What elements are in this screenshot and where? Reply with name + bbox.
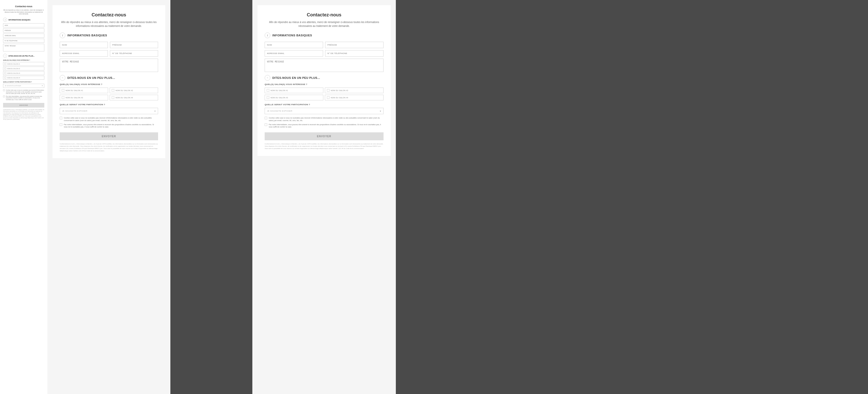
desktop-left-prenom-input[interactable] — [110, 42, 158, 48]
desktop-left-salon1-label: NOM DU SALON #1 — [66, 90, 83, 91]
desktop-right-check2-checkbox[interactable] — [265, 123, 267, 126]
desktop-right-salon4-label: NOM DU SALON #4 — [331, 97, 348, 99]
far-right-panel — [396, 0, 868, 394]
desktop-right-check1-item: Cochez cette case si vous ne souhaitez p… — [265, 117, 383, 122]
mobile-message-input[interactable] — [3, 44, 44, 52]
mobile-salon4-item[interactable]: NOM DU SALON #4 — [3, 76, 44, 79]
mobile-telephone-input[interactable] — [3, 39, 44, 43]
mobile-participation-label: QUELLE SERAIT VOTRE PARTICIPATION ? — [3, 81, 44, 83]
desktop-left-salon3-checkbox[interactable] — [62, 96, 64, 99]
desktop-right-salons-grid: NOM DU SALON #1 NOM DU SALON #2 NOM DU S… — [265, 88, 383, 100]
desktop-left-salon2-checkbox[interactable] — [112, 89, 114, 92]
desktop-right-salon3-checkbox[interactable] — [267, 96, 269, 99]
desktop-left-tellus-icon: ~ — [60, 75, 65, 80]
desktop-left-subtitle: Afin de répondre au mieux à vos attentes… — [60, 20, 158, 28]
desktop-right-salon1-checkbox[interactable] — [267, 89, 269, 92]
desktop-right-message-input[interactable] — [265, 59, 383, 72]
desktop-left-basic-title: Informations basiques — [67, 34, 107, 37]
mobile-salon3-label: NOM DU SALON #3 — [7, 72, 20, 74]
desktop-right-prenom-input[interactable] — [325, 42, 383, 48]
desktop-left-check1-item: Cochez cette case si vous ne souhaitez p… — [60, 117, 158, 122]
desktop-left-salon3-label: NOM DU SALON #3 — [66, 97, 83, 99]
desktop-right-salon4-item[interactable]: NOM DU SALON #4 — [325, 95, 383, 100]
mobile-salon3-checkbox[interactable] — [4, 72, 6, 74]
desktop-right-title: Contactez-nous — [265, 12, 383, 18]
desktop-left-basic-icon: i — [60, 33, 65, 38]
desktop-right-legal-text: Conformément à la loi « Informatique et … — [265, 143, 383, 150]
mobile-participation-select[interactable]: JE SOUHAITE EXPOSER — [3, 84, 44, 88]
desktop-right-contact-row — [265, 50, 383, 57]
mobile-prenom-input[interactable] — [3, 28, 44, 33]
mobile-salon2-item[interactable]: NOM DU SALON #2 — [3, 67, 44, 70]
desktop-right-nom-input[interactable] — [265, 42, 323, 48]
mobile-check2-checkbox[interactable] — [3, 96, 5, 97]
desktop-left-message-input[interactable] — [60, 59, 158, 72]
mobile-tellus-title: Dites-nous en un peu plus... — [8, 55, 35, 57]
desktop-left-check2-item: Par notre intermédiaire, vous pouvez êtr… — [60, 123, 158, 129]
desktop-right-check2-label: Par notre intermédiaire, vous pouvez êtr… — [269, 123, 383, 129]
mobile-title: Contactez-nous — [3, 5, 44, 8]
mobile-salon1-checkbox[interactable] — [4, 63, 6, 65]
mobile-salon4-checkbox[interactable] — [4, 77, 6, 78]
desktop-right-participation-wrapper: JE SOUHAITE EXPOSER ▼ — [265, 108, 383, 114]
mobile-tellus-icon: ~ — [3, 54, 7, 58]
desktop-left-salons-label: QUEL(S) SALON(S) VOUS INTÉRESSE ? — [60, 83, 158, 86]
desktop-right-email-input[interactable] — [265, 50, 323, 57]
mobile-salon4-label: NOM DU SALON #4 — [7, 77, 20, 78]
desktop-left-salon4-label: NOM DU SALON #4 — [116, 97, 133, 99]
desktop-left-contact-row — [60, 50, 158, 57]
mobile-salons-label: QUEL(S) SALON(S) VOUS INTÉRESSE ? — [3, 59, 44, 61]
desktop-left-salon4-checkbox[interactable] — [112, 96, 114, 99]
desktop-right-salon1-label: NOM DU SALON #1 — [271, 90, 288, 91]
desktop-left-name-row — [60, 42, 158, 48]
mobile-salons-grid: NOM DU SALON #1 NOM DU SALON #2 NOM DU S… — [3, 62, 44, 79]
desktop-left-email-input[interactable] — [60, 50, 108, 57]
desktop-right-salon4-checkbox[interactable] — [327, 96, 330, 99]
mobile-email-input[interactable] — [3, 34, 44, 38]
desktop-left-basic-header: i Informations basiques — [60, 33, 158, 38]
mobile-salon2-label: NOM DU SALON #2 — [7, 68, 20, 69]
desktop-right-tellus-title: Dites-nous en un peu plus... — [272, 76, 320, 79]
mobile-send-button[interactable]: ENVOYER — [3, 103, 44, 107]
desktop-right-tellus-header: ~ Dites-nous en un peu plus... — [265, 75, 383, 80]
desktop-right-send-button[interactable]: ENVOYER — [265, 132, 383, 140]
desktop-left-panel: Contactez-nous Afin de répondre au mieux… — [48, 0, 170, 394]
desktop-right-panel: Contactez-nous Afin de répondre au mieux… — [252, 0, 396, 394]
desktop-left-participation-select[interactable]: JE SOUHAITE EXPOSER — [60, 108, 158, 114]
mobile-subtitle: Afin de répondre au mieux à vos attentes… — [3, 9, 44, 15]
desktop-left-nom-input[interactable] — [60, 42, 108, 48]
mobile-salon3-item[interactable]: NOM DU SALON #3 — [3, 71, 44, 75]
mobile-legal-text: Conformément à la loi « Informatique et … — [3, 109, 44, 120]
desktop-left-salon3-item[interactable]: NOM DU SALON #3 — [60, 95, 108, 100]
mobile-nom-input[interactable] — [3, 23, 44, 27]
desktop-left-salon4-item[interactable]: NOM DU SALON #4 — [110, 95, 158, 100]
desktop-right-salon3-item[interactable]: NOM DU SALON #3 — [265, 95, 323, 100]
desktop-left-send-button[interactable]: ENVOYER — [60, 132, 158, 140]
mobile-check1-item: Cochez cette case si vous ne souhaitez p… — [3, 89, 44, 95]
desktop-right-salon1-item[interactable]: NOM DU SALON #1 — [265, 88, 323, 93]
mobile-basic-info-title: Informations basiques — [8, 19, 30, 21]
desktop-left-check2-checkbox[interactable] — [60, 123, 62, 126]
desktop-left-participation-wrapper: JE SOUHAITE EXPOSER ▼ — [60, 108, 158, 114]
mobile-salon1-item[interactable]: NOM DU SALON #1 — [3, 62, 44, 66]
desktop-left-telephone-input[interactable] — [110, 50, 158, 57]
desktop-right-participation-select[interactable]: JE SOUHAITE EXPOSER — [265, 108, 383, 114]
page-container: Contactez-nous Afin de répondre au mieux… — [0, 0, 868, 394]
desktop-right-basic-icon: i — [265, 33, 270, 38]
desktop-right-check2-item: Par notre intermédiaire, vous pouvez êtr… — [265, 123, 383, 129]
desktop-right-telephone-input[interactable] — [325, 50, 383, 57]
desktop-right-salon2-item[interactable]: NOM DU SALON #2 — [325, 88, 383, 93]
desktop-right-salon2-checkbox[interactable] — [327, 89, 330, 92]
desktop-right-basic-header: i Informations basiques — [265, 33, 383, 38]
desktop-left-check2-label: Par notre intermédiaire, vous pouvez êtr… — [64, 123, 158, 129]
mobile-check1-checkbox[interactable] — [3, 89, 5, 91]
desktop-left-salon1-item[interactable]: NOM DU SALON #1 — [60, 88, 108, 93]
desktop-left-salon1-checkbox[interactable] — [62, 89, 64, 92]
desktop-left-salon2-item[interactable]: NOM DU SALON #2 — [110, 88, 158, 93]
mobile-participation-wrapper: JE SOUHAITE EXPOSER ▼ — [3, 84, 44, 88]
desktop-right-check1-label: Cochez cette case si vous ne souhaitez p… — [269, 117, 383, 122]
desktop-right-check1-checkbox[interactable] — [265, 117, 267, 119]
desktop-left-title: Contactez-nous — [60, 12, 158, 18]
mobile-salon2-checkbox[interactable] — [4, 68, 6, 69]
desktop-left-check1-checkbox[interactable] — [60, 117, 62, 119]
